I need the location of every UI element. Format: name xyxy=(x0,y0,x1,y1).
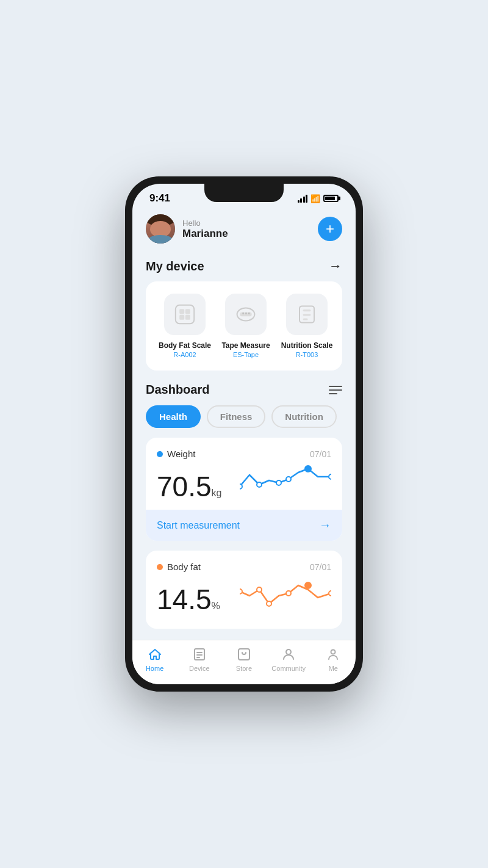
my-device-title: My device xyxy=(146,259,204,273)
svg-rect-12 xyxy=(303,314,311,316)
svg-point-25 xyxy=(267,601,271,606)
hamburger-menu[interactable] xyxy=(329,386,342,394)
weight-label-text: Weight xyxy=(167,449,195,459)
nav-me[interactable]: Me xyxy=(315,646,351,672)
device-scroll[interactable]: Body Fat Scale R-A002 xyxy=(132,281,356,383)
svg-rect-11 xyxy=(303,309,311,311)
community-icon xyxy=(281,646,296,662)
nav-home[interactable]: Home xyxy=(137,646,173,672)
dashboard-title: Dashboard xyxy=(146,383,209,397)
nav-store[interactable]: Store xyxy=(226,646,262,672)
main-scroll[interactable]: Hello Marianne + My device → xyxy=(132,208,356,640)
weight-dot xyxy=(157,451,163,457)
dashboard-section: Dashboard Health Fitness Nutrition xyxy=(132,383,356,640)
device-name-1: Tape Measure xyxy=(221,341,270,350)
device-icon-body-fat xyxy=(164,294,206,335)
svg-rect-4 xyxy=(185,315,190,320)
user-greeting: Hello Marianne xyxy=(182,219,228,240)
device-model-2: R-T003 xyxy=(296,351,318,358)
bodyfat-unit: % xyxy=(212,601,220,611)
bodyfat-value: 14.5 xyxy=(157,584,212,615)
weight-unit: kg xyxy=(212,488,222,498)
weight-date: 07/01 xyxy=(310,449,331,459)
svg-point-17 xyxy=(240,484,242,489)
svg-rect-0 xyxy=(176,305,194,324)
user-info: Hello Marianne xyxy=(146,214,228,244)
status-icons: 📶 xyxy=(298,194,339,203)
start-measurement-arrow: → xyxy=(319,518,331,532)
device-card: Body Fat Scale R-A002 xyxy=(146,281,342,371)
svg-point-35 xyxy=(331,650,336,654)
svg-point-20 xyxy=(286,477,291,482)
nav-me-label: Me xyxy=(329,665,338,672)
nav-home-label: Home xyxy=(146,665,163,672)
my-device-arrow[interactable]: → xyxy=(329,258,342,274)
bodyfat-label: Body fat xyxy=(157,562,201,572)
bodyfat-card-top: Body fat 07/01 xyxy=(157,562,331,572)
nav-store-label: Store xyxy=(236,665,252,672)
device-model-0: R-A002 xyxy=(173,351,196,358)
start-measurement-button[interactable]: Start measurement → xyxy=(146,510,342,541)
bottom-nav: Home Device xyxy=(132,640,356,684)
device-name-2: Nutrition Scale xyxy=(281,341,333,350)
weight-label: Weight xyxy=(157,449,195,459)
dashboard-header: Dashboard xyxy=(146,383,342,397)
bodyfat-label-text: Body fat xyxy=(167,562,201,572)
device-icon-nutrition xyxy=(286,294,328,335)
weight-value: 70.5 xyxy=(157,471,212,502)
device-item[interactable]: Tape Measure ES-Tape xyxy=(215,294,276,358)
app-header: Hello Marianne + xyxy=(132,208,356,253)
me-icon xyxy=(325,646,341,662)
username: Marianne xyxy=(182,228,228,240)
device-item[interactable]: Nutrition Scale R-T003 xyxy=(276,294,337,358)
tab-nutrition[interactable]: Nutrition xyxy=(271,405,336,428)
weight-card: Weight 07/01 70.5kg xyxy=(146,438,342,541)
tab-fitness[interactable]: Fitness xyxy=(207,405,266,428)
start-measurement-label: Start measurement xyxy=(157,520,240,531)
nav-device[interactable]: Device xyxy=(181,646,218,672)
dashboard-tabs: Health Fitness Nutrition xyxy=(146,405,342,428)
battery-icon xyxy=(323,195,339,202)
device-item[interactable]: Bloo... RP... xyxy=(337,294,342,358)
device-item[interactable]: Body Fat Scale R-A002 xyxy=(154,294,215,358)
bodyfat-dot xyxy=(157,564,163,570)
nav-community-label: Community xyxy=(271,665,306,672)
svg-point-21 xyxy=(305,466,311,472)
tab-health[interactable]: Health xyxy=(146,405,201,428)
svg-point-34 xyxy=(286,649,291,654)
signal-icon xyxy=(298,195,308,203)
wifi-icon: 📶 xyxy=(310,194,320,203)
svg-point-27 xyxy=(305,582,311,588)
status-time: 9:41 xyxy=(149,192,170,204)
weight-value-row: 70.5kg xyxy=(157,463,331,502)
nav-community[interactable]: Community xyxy=(270,646,307,672)
svg-point-23 xyxy=(240,589,242,594)
svg-point-28 xyxy=(329,591,331,596)
svg-rect-1 xyxy=(179,309,184,314)
weight-card-top: Weight 07/01 xyxy=(157,449,331,459)
my-device-header: My device → xyxy=(132,253,356,281)
svg-rect-9 xyxy=(248,313,249,314)
svg-rect-13 xyxy=(303,318,308,320)
svg-point-19 xyxy=(276,480,281,485)
device-icon xyxy=(192,646,207,662)
svg-rect-8 xyxy=(245,313,246,314)
svg-point-24 xyxy=(257,587,262,592)
bodyfat-date: 07/01 xyxy=(310,562,331,572)
device-name-0: Body Fat Scale xyxy=(159,341,211,350)
store-icon xyxy=(236,646,252,662)
svg-point-22 xyxy=(329,474,331,479)
svg-rect-2 xyxy=(185,309,190,314)
device-icon-tape xyxy=(225,294,267,335)
phone-screen: 9:41 📶 xyxy=(132,184,356,684)
add-button[interactable]: + xyxy=(318,217,342,241)
home-icon xyxy=(147,646,163,662)
nav-device-label: Device xyxy=(189,665,210,672)
bodyfat-card: Body fat 07/01 14.5% xyxy=(146,551,342,629)
phone-frame: 9:41 📶 xyxy=(125,176,363,692)
bodyfat-value-container: 14.5% xyxy=(157,584,220,615)
hello-text: Hello xyxy=(182,219,228,228)
weight-value-container: 70.5kg xyxy=(157,471,221,502)
svg-rect-7 xyxy=(242,313,243,314)
avatar xyxy=(146,214,175,244)
